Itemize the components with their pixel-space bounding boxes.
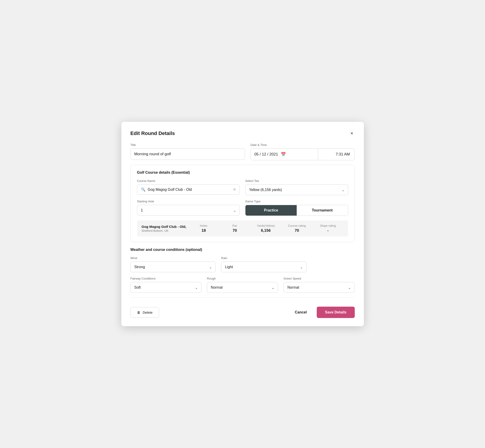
wind-group: Wind Calm Light Moderate Strong Very Str…: [130, 256, 216, 272]
golf-course-section: Golf Course details (Essential) Course N…: [130, 165, 355, 242]
holes-label: Holes: [200, 224, 207, 227]
tournament-toggle-button[interactable]: Tournament: [297, 205, 348, 216]
wind-label: Wind: [130, 256, 216, 260]
fairway-label: Fairway Conditions: [130, 277, 202, 280]
game-type-toggle: Practice Tournament: [245, 205, 348, 216]
search-icon: 🔍: [141, 187, 146, 192]
par-stat: Par 70: [219, 224, 250, 233]
course-name-group: Course Name 🔍 Gog Magog Golf Club - Old …: [137, 179, 240, 195]
select-tee-wrap: Yellow (6,156 yards) White Red ⌄: [245, 184, 348, 195]
footer-divider: [130, 297, 355, 297]
fairway-select[interactable]: Soft Normal Firm: [130, 282, 202, 293]
green-speed-group: Green Speed Slow Normal Fast ⌄: [283, 277, 355, 293]
course-info-row: Gog Magog Golf Club - Old, Shelford Bott…: [137, 220, 348, 237]
date-value: 05 / 12 / 2021: [254, 152, 278, 157]
starting-hole-select[interactable]: 1 10: [137, 205, 240, 216]
save-button[interactable]: Save Details: [317, 307, 355, 318]
slope-rating-label: Slope rating: [320, 224, 336, 227]
fairway-rough-green-row: Fairway Conditions Soft Normal Firm ⌄ Ro…: [130, 277, 355, 293]
rough-select[interactable]: Short Normal Long: [207, 282, 278, 293]
game-type-group: Game Type Practice Tournament: [245, 200, 348, 216]
select-tee-group: Select Tee Yellow (6,156 yards) White Re…: [245, 179, 348, 195]
golf-course-section-title: Golf Course details (Essential): [137, 170, 348, 175]
modal-header: Edit Round Details ×: [130, 130, 355, 137]
select-tee-select[interactable]: Yellow (6,156 yards) White Red: [245, 184, 348, 195]
footer-right: Cancel Save Details: [290, 307, 355, 318]
title-group: Title: [130, 143, 245, 160]
rain-label: Rain: [221, 256, 307, 260]
delete-label: Delete: [143, 311, 153, 314]
course-tee-row: Course Name 🔍 Gog Magog Golf Club - Old …: [137, 179, 348, 195]
wind-select-wrap: Calm Light Moderate Strong Very Strong ⌄: [130, 262, 216, 272]
green-speed-select[interactable]: Slow Normal Fast: [283, 282, 355, 293]
footer-row: 🗑 Delete Cancel Save Details: [130, 302, 355, 318]
holes-value: 18: [202, 228, 206, 233]
starting-hole-group: Starting Hole 1 10 ⌄: [137, 200, 240, 216]
course-name-input-wrap[interactable]: 🔍 Gog Magog Golf Club - Old ✕: [137, 184, 240, 195]
rough-label: Rough: [207, 277, 278, 280]
wind-rain-row: Wind Calm Light Moderate Strong Very Str…: [130, 256, 355, 272]
rough-select-wrap: Short Normal Long ⌄: [207, 282, 278, 293]
course-name-value: Gog Magog Golf Club - Old: [148, 188, 233, 192]
date-part[interactable]: 05 / 12 / 2021 📅: [251, 149, 318, 160]
rain-select-wrap: None Light Moderate Heavy ⌄: [221, 262, 307, 272]
rain-spacer: [312, 256, 355, 272]
wind-select[interactable]: Calm Light Moderate Strong Very Strong: [130, 262, 216, 272]
time-part[interactable]: 7:31 AM: [318, 149, 355, 160]
holes-stat: Holes 18: [188, 224, 219, 233]
course-info-name-block: Gog Magog Golf Club - Old, Shelford Bott…: [142, 225, 188, 232]
par-label: Par: [233, 224, 237, 227]
rain-select[interactable]: None Light Moderate Heavy: [221, 262, 307, 272]
trash-icon: 🗑: [137, 311, 140, 314]
rough-group: Rough Short Normal Long ⌄: [207, 277, 278, 293]
green-speed-label: Green Speed: [283, 277, 355, 280]
yards-label: Yards(Yellow): [257, 224, 275, 227]
course-info-location: Shelford Bottom, UK: [142, 229, 188, 232]
date-time-input: 05 / 12 / 2021 📅 7:31 AM: [251, 148, 355, 160]
time-value: 7:31 AM: [336, 152, 350, 157]
edit-round-modal: Edit Round Details × Title Date & Time 0…: [121, 122, 364, 326]
course-name-label: Course Name: [137, 179, 240, 183]
rain-group: Rain None Light Moderate Heavy ⌄: [221, 256, 307, 272]
clear-icon[interactable]: ✕: [233, 187, 236, 192]
title-datetime-row: Title Date & Time 05 / 12 / 2021 📅 7:31 …: [130, 143, 355, 160]
calendar-icon: 📅: [281, 152, 286, 157]
game-type-label: Game Type: [245, 200, 348, 203]
starting-gametype-row: Starting Hole 1 10 ⌄ Game Type Practice …: [137, 200, 348, 216]
course-rating-label: Course rating: [288, 224, 306, 227]
slope-rating-value: -: [327, 228, 329, 233]
datetime-group: Date & Time 05 / 12 / 2021 📅 7:31 AM: [251, 143, 355, 160]
fairway-group: Fairway Conditions Soft Normal Firm ⌄: [130, 277, 202, 293]
course-info-name: Gog Magog Golf Club - Old,: [142, 225, 188, 229]
practice-toggle-button[interactable]: Practice: [245, 205, 297, 216]
course-rating-value: 70: [295, 228, 299, 233]
modal-title: Edit Round Details: [130, 130, 175, 136]
close-button[interactable]: ×: [349, 130, 355, 137]
fairway-select-wrap: Soft Normal Firm ⌄: [130, 282, 202, 293]
yards-stat: Yards(Yellow) 6,156: [250, 224, 281, 233]
title-input[interactable]: [130, 148, 245, 160]
yards-value: 6,156: [261, 228, 271, 233]
datetime-label: Date & Time: [251, 143, 355, 147]
course-rating-stat: Course rating 70: [282, 224, 312, 233]
cancel-button[interactable]: Cancel: [290, 307, 311, 318]
starting-hole-wrap: 1 10 ⌄: [137, 205, 240, 216]
delete-button[interactable]: 🗑 Delete: [130, 307, 159, 318]
select-tee-label: Select Tee: [245, 179, 348, 183]
par-value: 70: [233, 228, 237, 233]
weather-section: Weather and course conditions (optional)…: [130, 248, 355, 293]
slope-rating-stat: Slope rating -: [312, 224, 343, 233]
green-speed-select-wrap: Slow Normal Fast ⌄: [283, 282, 355, 293]
starting-hole-label: Starting Hole: [137, 200, 240, 203]
title-label: Title: [130, 143, 245, 147]
weather-section-title: Weather and course conditions (optional): [130, 248, 355, 252]
